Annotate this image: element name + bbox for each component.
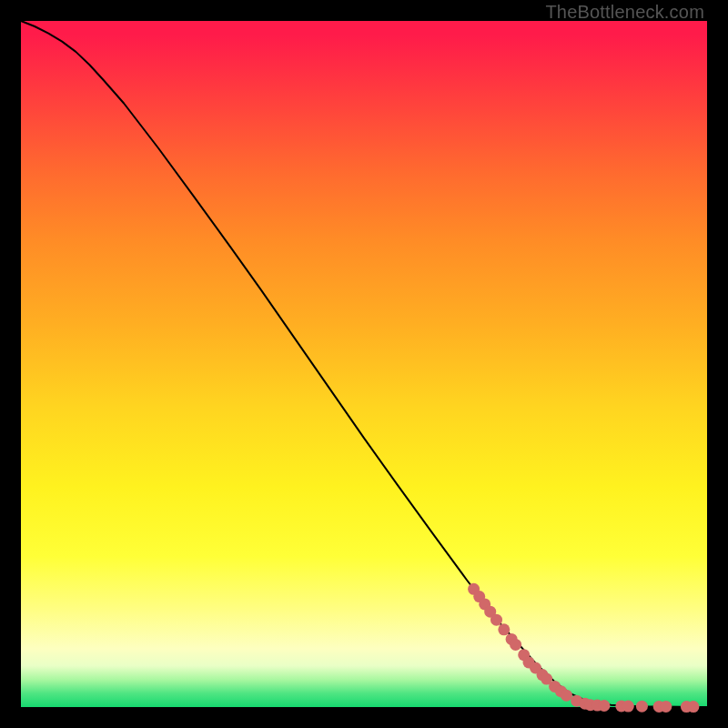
watermark-text: TheBottleneck.com [545, 2, 704, 23]
data-marker [510, 639, 521, 651]
data-marker [498, 623, 510, 635]
data-marker [561, 690, 572, 702]
chart-stage: TheBottleneck.com [0, 0, 728, 728]
performance-curve [21, 21, 707, 707]
marker-group [468, 583, 699, 713]
data-marker [490, 614, 502, 626]
data-marker [687, 701, 699, 713]
data-marker [598, 700, 610, 712]
data-marker [636, 701, 648, 713]
plot-area [21, 21, 707, 707]
chart-svg [21, 21, 707, 707]
data-marker [622, 701, 634, 713]
data-marker [660, 701, 672, 713]
